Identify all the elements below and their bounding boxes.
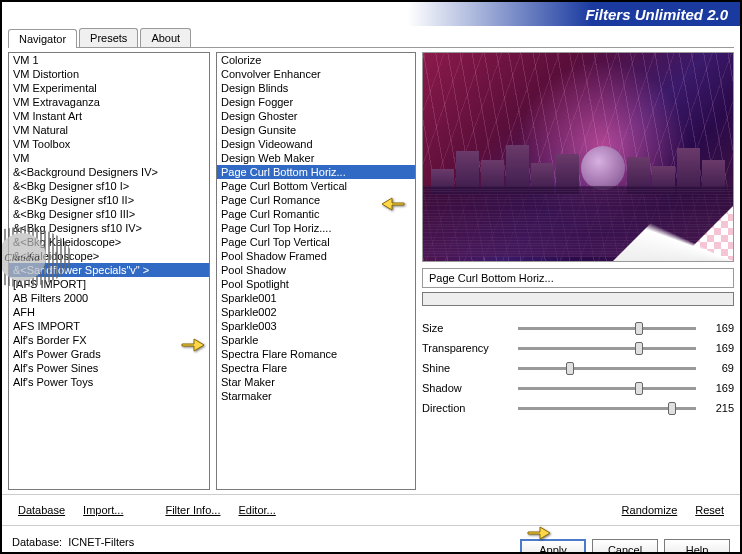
category-column: VM 1VM DistortionVM ExperimentalVM Extra… [8, 52, 210, 490]
category-item[interactable]: Alf's Power Grads [9, 347, 209, 361]
category-list[interactable]: VM 1VM DistortionVM ExperimentalVM Extra… [8, 52, 210, 490]
slider-row: Shine69 [422, 358, 734, 378]
filter-item[interactable]: Page Curl Romance [217, 193, 415, 207]
category-item[interactable]: &<Bkg Designer sf10 III> [9, 207, 209, 221]
filter-item[interactable]: Design Fogger [217, 95, 415, 109]
filter-info-button[interactable]: Filter Info... [159, 501, 226, 519]
slider-value: 215 [702, 402, 734, 414]
filter-item[interactable]: Design Videowand [217, 137, 415, 151]
randomize-button[interactable]: Randomize [616, 501, 684, 519]
category-item[interactable]: &<Background Designers IV> [9, 165, 209, 179]
filter-item[interactable]: Sparkle001 [217, 291, 415, 305]
category-item[interactable]: VM Extravaganza [9, 95, 209, 109]
slider-thumb[interactable] [668, 402, 676, 415]
filter-item[interactable]: Design Blinds [217, 81, 415, 95]
status-bar: Database: ICNET-Filters Filters: 4642 Ap… [2, 525, 740, 554]
preview-image [422, 52, 734, 262]
slider-value: 169 [702, 342, 734, 354]
filter-item[interactable]: Page Curl Top Horiz.... [217, 221, 415, 235]
slider-row: Transparency169 [422, 338, 734, 358]
slider-label: Direction [422, 402, 512, 414]
filter-item[interactable]: Page Curl Top Vertical [217, 235, 415, 249]
slider-value: 169 [702, 322, 734, 334]
slider-track[interactable] [518, 347, 696, 350]
category-item[interactable]: VM Experimental [9, 81, 209, 95]
filter-item[interactable]: Design Web Maker [217, 151, 415, 165]
reset-button[interactable]: Reset [689, 501, 730, 519]
tab-presets[interactable]: Presets [79, 28, 138, 47]
slider-label: Shadow [422, 382, 512, 394]
parameter-sliders: Size169Transparency169Shine69Shadow169Di… [422, 316, 734, 420]
database-button[interactable]: Database [12, 501, 71, 519]
filter-item[interactable]: Spectra Flare Romance [217, 347, 415, 361]
filter-item[interactable]: Pool Spotlight [217, 277, 415, 291]
slider-row: Size169 [422, 318, 734, 338]
filters-count-label: Filters: [12, 551, 45, 555]
slider-thumb[interactable] [635, 382, 643, 395]
slider-track[interactable] [518, 327, 696, 330]
filter-list[interactable]: ColorizeConvolver EnhancerDesign BlindsD… [216, 52, 416, 490]
filter-item[interactable]: Page Curl Bottom Horiz... [217, 165, 415, 179]
import-button[interactable]: Import... [77, 501, 129, 519]
filter-item[interactable]: Pool Shadow [217, 263, 415, 277]
category-item[interactable]: Alf's Power Toys [9, 375, 209, 389]
category-item[interactable]: Alf's Power Sines [9, 361, 209, 375]
slider-track[interactable] [518, 367, 696, 370]
category-item[interactable]: &<Bkg Designers sf10 IV> [9, 221, 209, 235]
slider-label: Transparency [422, 342, 512, 354]
slider-thumb[interactable] [635, 322, 643, 335]
filter-item[interactable]: Design Gunsite [217, 123, 415, 137]
slider-thumb[interactable] [566, 362, 574, 375]
filter-item[interactable]: Star Maker [217, 375, 415, 389]
slider-label: Size [422, 322, 512, 334]
editor-button[interactable]: Editor... [232, 501, 281, 519]
category-item[interactable]: [AFS IMPORT] [9, 277, 209, 291]
filter-item[interactable]: Page Curl Bottom Vertical [217, 179, 415, 193]
app-title: Filters Unlimited 2.0 [585, 6, 728, 23]
help-button[interactable]: Help [664, 539, 730, 555]
current-filter-label: Page Curl Bottom Horiz... [422, 268, 734, 288]
tab-navigator[interactable]: Navigator [8, 29, 77, 48]
category-item[interactable]: AFH [9, 305, 209, 319]
filter-item[interactable]: Spectra Flare [217, 361, 415, 375]
main-area: VM 1VM DistortionVM ExperimentalVM Extra… [2, 48, 740, 494]
filter-item[interactable]: Pool Shadow Framed [217, 249, 415, 263]
category-item[interactable]: &<BKg Designer sf10 II> [9, 193, 209, 207]
db-value: ICNET-Filters [68, 536, 134, 548]
preview-column: Claudia Page Curl Bottom Horiz... Size16… [422, 52, 734, 490]
apply-button[interactable]: Apply [520, 539, 586, 555]
category-item[interactable]: VM Instant Art [9, 109, 209, 123]
filter-item[interactable]: Convolver Enhancer [217, 67, 415, 81]
category-item[interactable]: VM Distortion [9, 67, 209, 81]
slider-row: Shadow169 [422, 378, 734, 398]
slider-track[interactable] [518, 387, 696, 390]
filter-item[interactable]: Sparkle002 [217, 305, 415, 319]
category-item[interactable]: &<Kaleidoscope> [9, 249, 209, 263]
category-item[interactable]: &<Sandflower Specials"v" > [9, 263, 209, 277]
slider-thumb[interactable] [635, 342, 643, 355]
category-item[interactable]: AB Filters 2000 [9, 291, 209, 305]
slider-value: 169 [702, 382, 734, 394]
db-label: Database: [12, 536, 62, 548]
filter-item[interactable]: Page Curl Romantic [217, 207, 415, 221]
filter-item[interactable]: Colorize [217, 53, 415, 67]
tab-strip: Navigator Presets About [8, 28, 734, 48]
category-item[interactable]: Alf's Border FX [9, 333, 209, 347]
filter-item[interactable]: Design Ghoster [217, 109, 415, 123]
slider-track[interactable] [518, 407, 696, 410]
category-item[interactable]: VM [9, 151, 209, 165]
slider-value: 69 [702, 362, 734, 374]
slider-label: Shine [422, 362, 512, 374]
filter-item[interactable]: Sparkle [217, 333, 415, 347]
tab-about[interactable]: About [140, 28, 191, 47]
category-item[interactable]: VM Toolbox [9, 137, 209, 151]
category-item[interactable]: VM Natural [9, 123, 209, 137]
filter-item[interactable]: Sparkle003 [217, 319, 415, 333]
category-item[interactable]: AFS IMPORT [9, 319, 209, 333]
filter-item[interactable]: Starmaker [217, 389, 415, 403]
category-item[interactable]: VM 1 [9, 53, 209, 67]
category-item[interactable]: &<Bkg Kaleidoscope> [9, 235, 209, 249]
filters-count-value: 4642 [66, 551, 90, 555]
cancel-button[interactable]: Cancel [592, 539, 658, 555]
category-item[interactable]: &<Bkg Designer sf10 I> [9, 179, 209, 193]
